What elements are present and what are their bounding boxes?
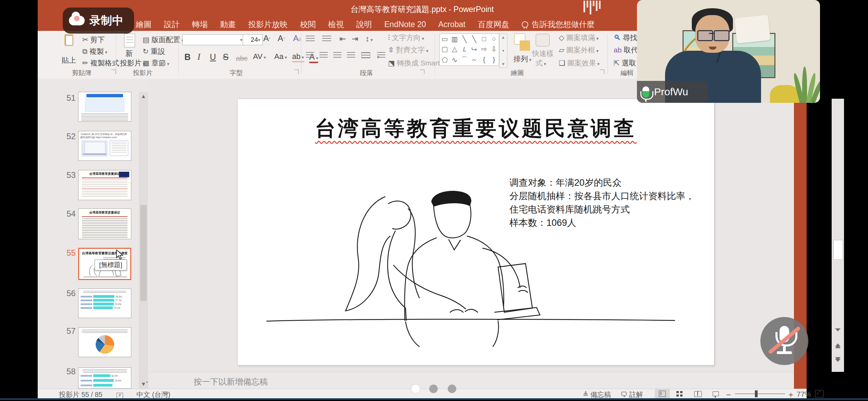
language-status[interactable]: 中文 (台灣) [136, 390, 170, 399]
mic-mute-button[interactable] [760, 317, 808, 365]
drawing-dialog-launcher[interactable] [600, 70, 604, 74]
zoom-slider-thumb[interactable] [755, 390, 758, 397]
new-slide-label[interactable]: 投影片 [120, 58, 145, 68]
page-dot-active[interactable] [411, 385, 420, 393]
thumbnail-slide-56[interactable]: 78.3% 77.7% 76.3% 73.1% [78, 289, 131, 318]
quick-styles-icon [535, 34, 550, 47]
reading-view-button[interactable] [690, 389, 706, 399]
main-scroll-thumb[interactable] [833, 240, 843, 260]
thumb-scroll-up[interactable]: ▲ [139, 93, 148, 99]
notes-resize-handle[interactable]: ⌄ [145, 378, 149, 384]
thumb53-lines [82, 179, 128, 187]
cut-button[interactable]: ✂ 剪下 [82, 35, 105, 45]
columns-button[interactable] [377, 52, 379, 60]
tell-me-box[interactable]: 告訴我您想做什麼 [522, 19, 595, 30]
quick-styles-label2[interactable]: 式 [535, 58, 546, 68]
shape-fill-button[interactable]: ◇ 圖案填滿 [559, 33, 599, 42]
line-spacing-button[interactable]: ↕ [365, 34, 373, 44]
tab-baidu-netdisk[interactable]: 百度网盘 [478, 19, 509, 30]
tab-design[interactable]: 設計 [164, 19, 180, 30]
slideshow-view-button[interactable] [708, 389, 723, 399]
clear-formatting-button[interactable]: A◊ [293, 34, 301, 43]
slide-canvas[interactable]: 台湾高等教育重要议题民意调查 调查对象：年满20岁的民众 分层随机抽样：按各县市… [237, 99, 714, 365]
arrange-button[interactable] [514, 34, 530, 51]
thumbnail-slide-52[interactable]: ChatDOC 将 DOC文件喂给 AI，快速寻找并解答相关问题 https:/… [78, 131, 131, 161]
layout-button[interactable]: ▤ 版面配置 [143, 35, 184, 45]
abc-strike-button[interactable]: abc [236, 54, 248, 62]
arrange-label[interactable]: 排列 [514, 54, 531, 64]
section-button[interactable]: ▦ 章節 [143, 58, 169, 68]
underline-button[interactable]: U [210, 52, 216, 62]
clipboard-dialog-launcher[interactable] [111, 70, 116, 74]
slide-title[interactable]: 台湾高等教育重要议题民意调查 [238, 115, 714, 143]
slide-counter[interactable]: 投影片 55 / 85 [59, 390, 103, 399]
italic-button[interactable]: I [197, 52, 200, 62]
quick-styles-button[interactable] [535, 34, 550, 47]
tab-endnote[interactable]: EndNote 20 [384, 20, 426, 29]
new-slide-label-top[interactable]: 新 [125, 49, 133, 58]
paragraph-dialog-launcher[interactable] [420, 70, 424, 74]
shrink-font-button[interactable]: Aˇ [278, 34, 285, 43]
increase-indent-button[interactable]: ⇥ [352, 34, 358, 44]
shape-effects-button[interactable]: ❏ 圖案效果 [559, 58, 600, 68]
paste-button[interactable] [64, 34, 73, 46]
notes-toggle-button[interactable]: ≜ 備忘稿 [583, 390, 611, 399]
thumbnail-slide-53[interactable]: 台湾高等教育质量保证 [78, 170, 131, 200]
main-scrollbar[interactable] [832, 99, 844, 372]
tab-acrobat[interactable]: Acrobat [438, 20, 465, 29]
tab-animations[interactable]: 動畫 [220, 19, 236, 30]
find-button[interactable]: 🔍︎ 尋找 [614, 33, 637, 42]
scroll-down-button[interactable] [832, 328, 844, 332]
strikethrough-button[interactable]: S [223, 52, 229, 62]
font-dialog-launcher[interactable] [294, 70, 299, 74]
decrease-indent-button[interactable]: ⇤ [339, 34, 346, 44]
page-dot-3[interactable] [448, 385, 456, 393]
fit-to-window-button[interactable] [812, 389, 827, 399]
font-size-combobox[interactable]: 24 [243, 34, 263, 45]
thumb52-card-image [110, 140, 128, 156]
thumb-scroll-thumb[interactable] [140, 205, 147, 301]
comments-toggle-button[interactable]: 🗨︎ 註解 [620, 390, 643, 399]
highlight-button[interactable]: ab [292, 52, 304, 62]
next-slide-button[interactable] [832, 356, 844, 363]
shape-gallery-scroll[interactable]: ▲▾▼ [499, 34, 507, 68]
text-direction-button[interactable]: ⫶ 文字方向 [388, 33, 424, 42]
format-painter-button[interactable]: ✏ 複製格式 [82, 58, 119, 68]
change-case-button[interactable]: Aa [274, 52, 287, 61]
comment-icon: 🗨︎ [620, 391, 627, 398]
webcam-video-tile[interactable]: ProfWu [637, 0, 820, 103]
bold-button[interactable]: B [184, 52, 191, 62]
recording-indicator[interactable]: 录制中 [63, 8, 134, 34]
new-slide-button[interactable] [124, 34, 135, 47]
zoom-slider-track[interactable] [735, 393, 785, 394]
tab-view[interactable]: 檢視 [328, 19, 344, 30]
align-text-button[interactable]: ⇳ 對齊文字 [388, 45, 429, 55]
thumbnail-slide-54[interactable]: 台湾高等教育质量保证 [78, 208, 131, 239]
thumbnail-slide-51[interactable] [78, 92, 131, 122]
thumbnail-slide-58[interactable]: 62.3% 75.4% [78, 367, 131, 389]
thumbnail-slide-57[interactable] [78, 327, 131, 357]
previous-slide-button[interactable] [832, 343, 844, 349]
notes-placeholder[interactable]: 按一下以新增備忘稿 [194, 376, 268, 387]
page-dot-2[interactable] [429, 385, 438, 393]
slide-sorter-view-button[interactable] [672, 389, 687, 399]
copy-button[interactable]: ⧉ 複製 [82, 47, 107, 56]
shape-gallery[interactable]: ▭▥╲╲□○ ▢△𝘓⮡⇨⇩ ⬠∿⌒～{} [439, 34, 499, 66]
tab-draw[interactable]: 繪圖 [136, 19, 152, 30]
tab-transitions[interactable]: 轉場 [192, 19, 208, 30]
normal-view-button[interactable] [655, 389, 670, 399]
paste-label[interactable]: 貼上 [62, 56, 76, 65]
notes-pane[interactable]: ⌄ 按一下以新增備忘稿 [150, 372, 794, 389]
tab-review[interactable]: 校閱 [300, 19, 316, 30]
reset-button[interactable]: ↻ 重設 [143, 47, 165, 56]
shape-outline-button[interactable]: ▱ 圖案外框 [559, 45, 599, 55]
zoom-percentage[interactable]: 77% [797, 390, 811, 398]
quick-styles-label1[interactable]: 快速樣 [532, 49, 554, 58]
char-spacing-button[interactable]: AV [253, 52, 266, 61]
tab-help[interactable]: 說明 [356, 19, 372, 30]
select-button[interactable]: ⇱ 選取 [614, 58, 640, 68]
grow-font-button[interactable]: Aˆ [263, 34, 270, 43]
tab-slideshow[interactable]: 投影片放映 [248, 19, 288, 30]
thumbnail-scrollbar[interactable]: ▲ ▼ [139, 92, 148, 389]
font-name-combobox[interactable] [182, 34, 245, 45]
